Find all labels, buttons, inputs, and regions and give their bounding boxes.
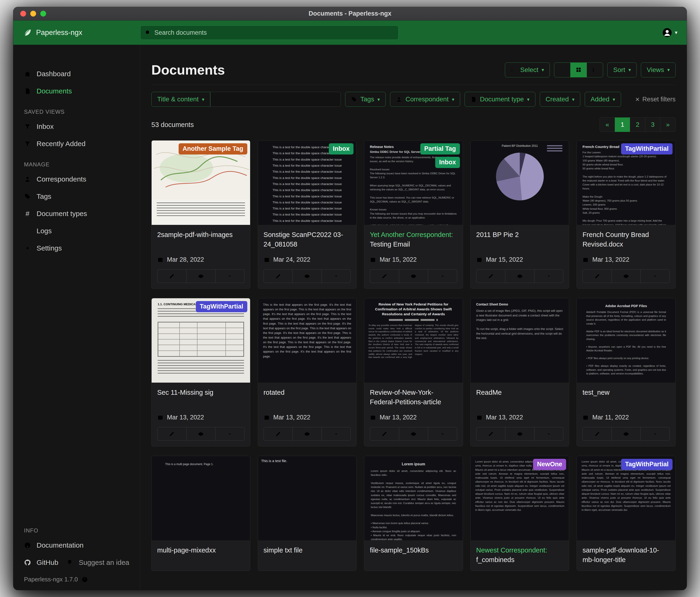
sidebar-item-documentation[interactable]: Documentation	[13, 536, 140, 554]
sidebar-item-suggest-idea[interactable]: Suggest an idea	[66, 554, 140, 571]
pagination-page-3[interactable]: 3	[645, 117, 660, 132]
edit-document-button[interactable]	[582, 427, 612, 440]
document-thumbnail[interactable]: Contact Sheet Demo Given a set of image …	[471, 298, 569, 383]
detail-view-button[interactable]	[586, 63, 603, 77]
edit-document-button[interactable]	[476, 427, 505, 440]
grid-view-button[interactable]	[570, 63, 587, 77]
edit-document-button[interactable]	[370, 427, 399, 440]
document-thumbnail[interactable]: This is a test file.	[258, 456, 356, 540]
download-document-button[interactable]	[641, 269, 670, 283]
download-document-button[interactable]	[215, 427, 245, 440]
pagination-page-1[interactable]: 1	[615, 117, 630, 132]
view-document-button[interactable]	[293, 269, 322, 283]
tag-badge[interactable]: Partial Tag	[420, 143, 460, 154]
tag-badge[interactable]: TagWithPartial	[196, 301, 247, 312]
correspondent-link[interactable]: Yet Another Correspondent	[370, 231, 451, 238]
document-thumbnail[interactable]: Release Notes Simba ODBC Driver for SQL …	[364, 141, 463, 225]
global-search[interactable]	[140, 25, 399, 40]
document-title[interactable]: rotated	[264, 388, 351, 407]
tags-filter-button[interactable]: Tags ▾	[345, 92, 386, 107]
pagination-page-2[interactable]: 2	[630, 117, 645, 132]
pagination-next-button[interactable]: »	[660, 117, 676, 132]
user-menu[interactable]: ▾	[662, 27, 677, 38]
sort-button[interactable]: Sort ▾	[607, 63, 637, 77]
document-thumbnail[interactable]: This is a multi page document. Page 1.	[152, 456, 250, 540]
document-title[interactable]: Review-of-New-York-Federal-Petitions-art…	[370, 388, 457, 407]
edit-document-button[interactable]	[476, 269, 505, 283]
views-button[interactable]: Views ▾	[641, 63, 676, 77]
document-title[interactable]: ReadMe	[476, 388, 564, 407]
sidebar-item-documents[interactable]: Documents	[13, 82, 140, 100]
download-document-button[interactable]	[322, 427, 351, 440]
document-thumbnail[interactable]: Review of New York Federal Petitions for…	[364, 298, 463, 383]
edit-document-button[interactable]	[157, 269, 186, 283]
select-button[interactable]: Select ▾	[505, 63, 550, 77]
tag-badge[interactable]: TagWithPartial	[621, 143, 673, 154]
sidebar-item-recently-added[interactable]: Recently Added	[13, 135, 140, 152]
download-document-button[interactable]	[215, 269, 245, 283]
window-close-button[interactable]	[20, 11, 26, 17]
document-thumbnail[interactable]: This is the text that appears on the fir…	[258, 298, 356, 383]
document-thumbnail[interactable]: Lorem ipsum Lorem ipsum dolor sit amet, …	[364, 456, 463, 540]
sidebar-item-settings[interactable]: Settings	[13, 240, 140, 257]
window-titlebar[interactable]: Documents - Paperless-ngx	[13, 7, 687, 21]
sidebar-item-correspondents[interactable]: Correspondents	[13, 171, 140, 188]
view-document-button[interactable]	[611, 269, 641, 283]
edit-document-button[interactable]	[582, 269, 612, 283]
view-document-button[interactable]	[293, 427, 322, 440]
tag-badge[interactable]: Inbox	[435, 157, 460, 168]
document-thumbnail[interactable]: Another Sample Tag	[152, 141, 250, 225]
added-filter-button[interactable]: Added ▾	[585, 92, 621, 107]
document-title[interactable]: 2011 BP Pie 2	[476, 230, 564, 249]
document-thumbnail[interactable]: Patient BP Distribution 2011	[471, 141, 569, 225]
document-title[interactable]: Newest Correspondent: f_combineds	[476, 546, 564, 565]
download-document-button[interactable]	[322, 269, 351, 283]
created-filter-button[interactable]: Created ▾	[540, 92, 580, 107]
download-document-button[interactable]	[428, 269, 457, 283]
tag-badge[interactable]: Another Sample Tag	[179, 143, 247, 154]
sidebar-item-dashboard[interactable]: Dashboard	[13, 65, 140, 82]
document-title[interactable]: Sec 11-Missing sig	[157, 388, 245, 407]
view-document-button[interactable]	[186, 427, 216, 440]
document-thumbnail[interactable]: This is a test for the double space char…	[258, 141, 356, 225]
document-type-filter-button[interactable]: Document type ▾	[465, 92, 535, 107]
view-document-button[interactable]	[399, 269, 428, 283]
document-title[interactable]: sample-pdf-download-10-mb-longer-title	[582, 546, 670, 565]
view-document-button[interactable]	[399, 427, 428, 440]
info-icon[interactable]	[81, 576, 88, 583]
sidebar-item-inbox[interactable]: Inbox	[13, 118, 140, 135]
document-title[interactable]: Yet Another Correspondent: Testing Email	[370, 230, 457, 249]
download-document-button[interactable]	[534, 427, 564, 440]
document-thumbnail[interactable]: Lorem ipsum dolor sit amet, consectetur …	[577, 456, 675, 540]
document-title[interactable]: test_new	[582, 388, 670, 407]
view-document-button[interactable]	[505, 427, 534, 440]
list-view-button[interactable]	[554, 63, 571, 77]
edit-document-button[interactable]	[264, 269, 293, 283]
window-minimize-button[interactable]	[30, 11, 36, 17]
edit-document-button[interactable]	[370, 269, 399, 283]
view-document-button[interactable]	[505, 269, 534, 283]
document-title[interactable]: French Country Bread Revised.docx	[582, 230, 670, 249]
correspondent-link[interactable]: Newest Correspondent	[476, 546, 545, 554]
document-title[interactable]: multi-page-mixedxx	[157, 546, 245, 565]
view-document-button[interactable]	[611, 427, 641, 440]
download-document-button[interactable]	[641, 427, 670, 440]
tag-badge[interactable]: NewOne	[533, 459, 566, 470]
edit-document-button[interactable]	[157, 427, 186, 440]
document-title[interactable]: Sonstige ScanPC2022 03-24_081058	[264, 230, 351, 249]
document-title[interactable]: 2sample-pdf-with-images	[157, 230, 245, 249]
app-logo[interactable]: Paperless-ngx	[23, 28, 140, 37]
tag-badge[interactable]: TagWithPartial	[621, 459, 673, 470]
download-document-button[interactable]	[428, 427, 457, 440]
sidebar-item-github[interactable]: GitHub	[13, 554, 58, 571]
download-document-button[interactable]	[534, 269, 564, 283]
document-title[interactable]: simple txt file	[264, 546, 351, 565]
edit-document-button[interactable]	[264, 427, 293, 440]
reset-filters-button[interactable]: × Reset filters	[635, 96, 676, 103]
document-thumbnail[interactable]: 1.1. CONTINUING MEDICAL EDUCATION TagWit…	[152, 298, 250, 383]
filter-text-input[interactable]	[210, 92, 341, 107]
title-content-filter-button[interactable]: Title & content ▾	[151, 92, 210, 107]
correspondent-filter-button[interactable]: Correspondent ▾	[390, 92, 460, 107]
pagination-prev-button[interactable]: «	[600, 117, 615, 132]
sidebar-item-document-types[interactable]: # Document types	[13, 205, 140, 222]
